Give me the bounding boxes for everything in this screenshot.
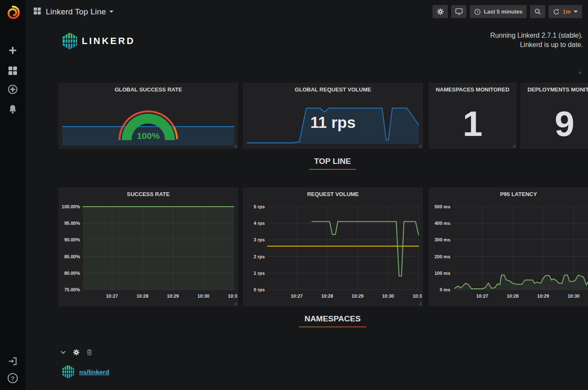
svg-text:200 ms: 200 ms <box>435 254 450 259</box>
cycle-view-button[interactable] <box>451 5 466 18</box>
linkerd-status-text: Running Linkerd 2.7.1 (stable). Linkerd … <box>490 31 583 50</box>
section-underline <box>309 169 356 170</box>
svg-text:75.00%: 75.00% <box>64 287 80 292</box>
svg-text:10:28: 10:28 <box>507 293 519 299</box>
chevron-down-icon <box>109 11 114 13</box>
monitor-icon <box>455 8 463 15</box>
svg-text:10:28: 10:28 <box>321 293 333 299</box>
brand-text: LINKERD <box>82 36 135 47</box>
chevron-down-icon <box>574 11 578 13</box>
namespace-row: ns/linkerd <box>61 364 109 379</box>
dashboard-area: LINKERD Running Linkerd 2.7.1 (stable). … <box>25 23 588 390</box>
namespace-link[interactable]: ns/linkerd <box>79 368 109 376</box>
svg-text:10:29: 10:29 <box>167 293 179 299</box>
dashboard-title-dropdown[interactable]: Linkerd Top Line <box>46 7 114 17</box>
sign-in-icon[interactable] <box>0 353 25 370</box>
time-range-label: Last 5 minutes <box>484 8 522 15</box>
svg-text:10:27: 10:27 <box>106 293 118 299</box>
request-volume-chart[interactable]: 10:2710:2810:2910:3010:315 rps4 rps3 rps… <box>244 200 422 306</box>
help-icon[interactable]: ? <box>0 370 25 387</box>
gear-icon <box>437 8 444 15</box>
panel-success-rate[interactable]: SUCCESS RATE 10:2710:2810:2910:3010:3110… <box>58 188 238 306</box>
svg-text:0 ms: 0 ms <box>440 287 450 292</box>
svg-text:0 rps: 0 rps <box>254 287 265 292</box>
svg-text:300 ms: 300 ms <box>435 237 450 242</box>
stat-value: 9 <box>521 100 588 148</box>
svg-text:2 rps: 2 rps <box>254 254 265 259</box>
svg-text:10:28: 10:28 <box>136 293 148 299</box>
dashboard-title: Linkerd Top Line <box>46 7 106 17</box>
section-underline <box>299 326 366 327</box>
panel-resize-handle[interactable] <box>419 302 422 305</box>
panel-deployments-monitored[interactable]: DEPLOYMENTS MONITOR... 9 <box>521 83 588 149</box>
linkerd-logo-icon <box>61 364 75 379</box>
row-collapse-chevron-icon[interactable] <box>60 350 66 354</box>
svg-text:80.00%: 80.00% <box>64 271 80 276</box>
dashboard-grid-icon[interactable] <box>33 7 42 17</box>
refresh-button[interactable]: 1m <box>549 5 582 18</box>
svg-text:85.00%: 85.00% <box>64 254 80 259</box>
svg-text:400 ms: 400 ms <box>435 221 450 226</box>
panel-title[interactable]: SUCCESS RATE <box>59 191 238 197</box>
svg-text:10:29: 10:29 <box>352 293 363 299</box>
section-top-line[interactable]: TOP LINE <box>51 157 588 170</box>
refresh-icon <box>553 8 560 15</box>
panel-title[interactable]: NAMESPACES MONITORED <box>429 86 516 93</box>
explore-compass-icon[interactable] <box>0 81 25 98</box>
p95-latency-chart[interactable]: 10:2710:2810:2910:3010:31500 ms400 ms300… <box>429 200 588 306</box>
svg-text:100 ms: 100 ms <box>435 271 450 276</box>
svg-text:4 rps: 4 rps <box>254 221 265 226</box>
svg-text:10:29: 10:29 <box>537 293 549 299</box>
svg-text:90.00%: 90.00% <box>64 237 80 242</box>
svg-text:10:27: 10:27 <box>476 293 488 299</box>
svg-text:10:27: 10:27 <box>291 293 302 299</box>
svg-text:5 rps: 5 rps <box>254 204 265 209</box>
svg-text:500 ms: 500 ms <box>435 204 450 209</box>
svg-text:10:31: 10:31 <box>228 293 238 299</box>
gauge-value: 100% <box>59 131 238 141</box>
section-title: NAMESPACES <box>305 314 361 326</box>
panel-resize-handle[interactable] <box>578 71 581 74</box>
linkerd-brand: LINKERD <box>61 32 135 50</box>
panel-p95-latency[interactable]: P95 LATENCY 10:2710:2810:2910:3010:31500… <box>429 188 588 306</box>
svg-text:10:30: 10:30 <box>197 293 209 299</box>
svg-text:95.00%: 95.00% <box>64 221 80 226</box>
panel-resize-handle[interactable] <box>234 302 237 305</box>
section-title: TOP LINE <box>314 157 351 169</box>
grafana-logo[interactable] <box>0 3 25 22</box>
zoom-out-button[interactable] <box>530 5 545 18</box>
alerting-bell-icon[interactable] <box>0 101 25 118</box>
sidebar: ? <box>0 0 25 390</box>
panel-title[interactable]: REQUEST VOLUME <box>244 191 422 197</box>
row-settings-gear-icon[interactable] <box>73 349 80 356</box>
row-controls <box>60 349 92 356</box>
svg-text:10:31: 10:31 <box>413 293 422 299</box>
panel-title[interactable]: P95 LATENCY <box>429 191 588 197</box>
success-rate-chart[interactable]: 10:2710:2810:2910:3010:31100.00%95.00%90… <box>59 200 238 306</box>
section-namespaces[interactable]: NAMESPACES <box>51 314 588 327</box>
panel-global-success-rate[interactable]: GLOBAL SUCCESS RATE 100% <box>58 83 238 149</box>
panel-resize-handle[interactable] <box>512 144 515 147</box>
add-icon[interactable] <box>0 42 25 59</box>
svg-text:100.00%: 100.00% <box>62 204 80 209</box>
navbar: Linkerd Top Line Last 5 minutes <box>25 0 588 23</box>
stat-value: 11 rps <box>244 114 422 132</box>
panel-namespaces-monitored[interactable]: NAMESPACES MONITORED 1 <box>429 83 516 149</box>
row-delete-trash-icon[interactable] <box>86 349 92 356</box>
panel-title[interactable]: DEPLOYMENTS MONITOR... <box>521 86 588 93</box>
svg-text:1 rps: 1 rps <box>254 271 265 276</box>
dashboards-icon[interactable] <box>0 62 25 79</box>
magnifier-icon <box>534 8 541 15</box>
refresh-interval-label: 1m <box>563 8 571 15</box>
panel-global-request-volume[interactable]: GLOBAL REQUEST VOLUME 11 rps <box>243 83 423 149</box>
clock-icon <box>474 8 481 15</box>
panel-request-volume[interactable]: REQUEST VOLUME 10:2710:2810:2910:3010:31… <box>243 188 423 306</box>
linkerd-logo-icon <box>61 32 78 50</box>
svg-text:10:30: 10:30 <box>568 293 580 299</box>
svg-text:?: ? <box>11 375 15 382</box>
svg-text:3 rps: 3 rps <box>254 237 265 242</box>
dashboard-settings-button[interactable] <box>433 5 448 18</box>
time-range-button[interactable]: Last 5 minutes <box>470 5 527 18</box>
svg-text:10:30: 10:30 <box>382 293 394 299</box>
stat-value: 1 <box>429 100 516 148</box>
